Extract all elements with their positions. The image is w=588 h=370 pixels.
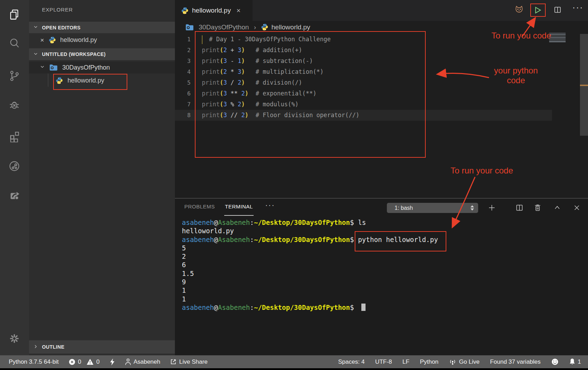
- tree-file-helloworld[interactable]: helloworld.py: [29, 75, 175, 86]
- open-editor-label: helloworld.py: [60, 36, 97, 44]
- terminal-line[interactable]: 1.5: [182, 269, 438, 278]
- status-variables[interactable]: Found 37 variables: [490, 358, 541, 365]
- workspace-header[interactable]: UNTITLED (WORKSPACE): [29, 48, 175, 60]
- code-line[interactable]: 6print(3 ** 2) # exponential(**): [175, 88, 552, 99]
- line-number: 7: [175, 99, 191, 110]
- status-notifications[interactable]: 1: [569, 358, 581, 365]
- bottom-panel: PROBLEMS TERMINAL ··· 1: bash asabeneh@A…: [175, 198, 588, 355]
- terminal-line[interactable]: 1: [182, 286, 438, 294]
- vscode-window: EXPLORER OPEN EDITORS × helloworld.py UN…: [0, 0, 588, 370]
- tab-problems[interactable]: PROBLEMS: [184, 204, 215, 209]
- activity-bar: [0, 0, 29, 355]
- terminal-line[interactable]: 1: [182, 295, 438, 303]
- line-number: 3: [175, 56, 191, 66]
- share-icon[interactable]: [8, 189, 20, 201]
- tree-folder-30daysofpython[interactable]: 30DaysOfPython: [29, 62, 175, 73]
- outline-label: OUTLINE: [42, 344, 64, 350]
- select-arrows-icon: [470, 205, 474, 211]
- chevron-down-icon: [33, 24, 38, 31]
- terminal-line[interactable]: helloworld.py: [182, 227, 438, 235]
- status-bar: Python 3.7.5 64-bit 0 0 Asabeneh Live Sh…: [0, 355, 588, 368]
- terminal-select[interactable]: 1: bash: [387, 203, 478, 213]
- status-power-icon[interactable]: [109, 358, 115, 366]
- split-editor-icon[interactable]: [553, 6, 562, 14]
- active-tab-underline: [224, 215, 254, 216]
- maximize-panel-icon[interactable]: [553, 204, 561, 212]
- new-terminal-icon[interactable]: [488, 204, 496, 212]
- breadcrumb-file[interactable]: helloworld.py: [271, 23, 310, 31]
- panel-more-icon[interactable]: ···: [265, 201, 275, 210]
- broadcast-icon: [449, 358, 456, 365]
- debug-icon[interactable]: [8, 99, 20, 111]
- status-python-version[interactable]: Python 3.7.5 64-bit: [9, 358, 59, 365]
- chevron-down-icon: [40, 64, 45, 71]
- breadcrumb: 30DaysOfPython › helloworld.py: [175, 21, 588, 33]
- code-line[interactable]: 4print(2 * 3) # multiplication(*): [175, 66, 552, 77]
- outline-header[interactable]: OUTLINE: [29, 340, 175, 354]
- chevron-down-icon: [33, 51, 38, 58]
- terminal-line[interactable]: 5: [182, 244, 438, 252]
- code-line[interactable]: 1 # Day 1 - 30DaysOfPython Challenge: [175, 34, 552, 45]
- extensions-icon[interactable]: [8, 130, 20, 142]
- more-actions-icon[interactable]: ···: [572, 2, 583, 13]
- error-icon: [69, 358, 76, 365]
- kill-terminal-icon[interactable]: [533, 204, 542, 212]
- close-editor-icon[interactable]: ×: [40, 36, 44, 44]
- explorer-icon[interactable]: [8, 9, 20, 21]
- run-button[interactable]: [533, 5, 543, 15]
- tab-label: helloworld.py: [192, 7, 231, 14]
- source-control-icon[interactable]: [8, 70, 20, 82]
- cat-extension-icon[interactable]: [513, 5, 525, 14]
- line-number: 2: [175, 45, 191, 56]
- folder-label: 30DaysOfPython: [62, 64, 110, 71]
- code-line[interactable]: 7print(3 % 2) # modulus(%): [175, 99, 552, 110]
- line-number: 1: [175, 34, 191, 45]
- tab-close-icon[interactable]: ×: [236, 7, 241, 15]
- tab-helloworld[interactable]: helloworld.py ×: [175, 0, 253, 21]
- code-line[interactable]: 5print(3 / 2) # division(/): [175, 77, 552, 88]
- status-encoding[interactable]: UTF-8: [375, 358, 392, 365]
- terminal-line[interactable]: 6: [182, 261, 438, 269]
- warning-icon: [86, 358, 94, 365]
- status-language[interactable]: Python: [420, 358, 438, 365]
- status-eol[interactable]: LF: [403, 358, 410, 365]
- feedback-smiley-icon[interactable]: [551, 358, 559, 365]
- breadcrumb-folder[interactable]: 30DaysOfPython: [199, 23, 249, 31]
- line-number: 4: [175, 66, 191, 77]
- terminal-line[interactable]: 2: [182, 252, 438, 261]
- status-go-live[interactable]: Go Live: [449, 358, 480, 365]
- terminal-output[interactable]: asabeneh@Asabeneh:~/Desktop/30DaysOfPyth…: [182, 218, 438, 312]
- line-number: 8: [175, 110, 191, 121]
- close-panel-icon[interactable]: [573, 204, 581, 212]
- search-icon[interactable]: [8, 37, 20, 49]
- python-file-icon: [49, 36, 56, 44]
- terminal-line[interactable]: 9: [182, 278, 438, 286]
- line-number: 5: [175, 77, 191, 88]
- tab-bar: helloworld.py ×: [175, 0, 588, 21]
- sidebar-title: EXPLORER: [42, 7, 73, 13]
- open-editors-header[interactable]: OPEN EDITORS: [29, 22, 175, 33]
- code-line[interactable]: 3print(3 - 1) # subtraction(-): [175, 56, 552, 66]
- status-indentation[interactable]: Spaces: 4: [338, 358, 365, 365]
- settings-gear-icon[interactable]: [8, 333, 20, 344]
- python-file-icon: [181, 7, 189, 14]
- terminal-line[interactable]: asabeneh@Asabeneh:~/Desktop/30DaysOfPyth…: [182, 303, 438, 312]
- terminal-cursor: [361, 304, 366, 311]
- live-share-session-icon[interactable]: [8, 160, 20, 172]
- terminal-line[interactable]: asabeneh@Asabeneh:~/Desktop/30DaysOfPyth…: [182, 235, 438, 244]
- minimap[interactable]: [549, 33, 566, 42]
- split-terminal-icon[interactable]: [515, 204, 524, 212]
- code-editor[interactable]: 1 # Day 1 - 30DaysOfPython Challenge2pri…: [175, 34, 552, 121]
- file-label: helloworld.py: [68, 77, 104, 84]
- open-editors-label: OPEN EDITORS: [42, 25, 80, 30]
- status-user[interactable]: Asabeneh: [125, 358, 161, 365]
- status-live-share[interactable]: Live Share: [170, 358, 207, 365]
- tab-terminal[interactable]: TERMINAL: [225, 204, 253, 209]
- live-share-icon: [170, 358, 177, 365]
- folder-icon: [49, 64, 58, 71]
- code-line[interactable]: 2print(2 + 3) # addition(+): [175, 45, 552, 56]
- terminal-line[interactable]: asabeneh@Asabeneh:~/Desktop/30DaysOfPyth…: [182, 218, 438, 227]
- open-editor-item-helloworld[interactable]: × helloworld.py: [29, 34, 175, 46]
- status-problems[interactable]: 0 0: [69, 358, 100, 365]
- code-line[interactable]: 8print(3 // 2) # Floor division operator…: [175, 110, 552, 121]
